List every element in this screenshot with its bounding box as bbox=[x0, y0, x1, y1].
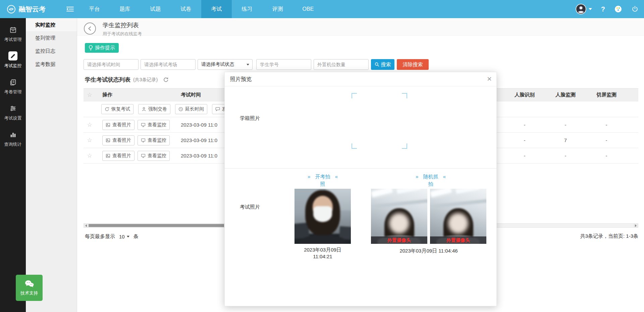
header-operation: 操作 bbox=[102, 92, 112, 98]
per-page-prefix: 每页最多显示 bbox=[85, 233, 115, 240]
star-icon[interactable]: ☆ bbox=[84, 121, 96, 128]
force-submit-button[interactable]: 强制交卷 bbox=[138, 104, 170, 114]
submenu-item-monitor-log[interactable]: 监控日志 bbox=[26, 44, 77, 57]
photo-time: 11:04:21 bbox=[294, 253, 351, 260]
chevron-down-icon bbox=[127, 236, 129, 237]
chevron-down-icon bbox=[247, 64, 249, 65]
refresh-icon[interactable] bbox=[163, 77, 169, 83]
sidebar-item-query-statistics[interactable]: 查询统计 bbox=[0, 126, 26, 152]
close-icon[interactable]: × bbox=[487, 74, 492, 84]
header-face-monitor: 人脸监测 bbox=[545, 92, 586, 98]
camera-count-input[interactable] bbox=[314, 59, 369, 70]
view-monitor-button[interactable]: 查看监控 bbox=[138, 135, 170, 145]
help-icon[interactable]: ? bbox=[601, 5, 605, 13]
filter-bar: 请选择考试状态 搜索 清除搜索 bbox=[77, 59, 644, 70]
nav-item-exam[interactable]: 考试 bbox=[201, 0, 232, 18]
exam-room-input[interactable] bbox=[141, 59, 196, 70]
submenu-item-realtime-monitor[interactable]: 实时监控 bbox=[26, 18, 77, 31]
sidebar-item-paper-management[interactable]: 考卷管理 bbox=[0, 73, 26, 99]
view-photo-button[interactable]: 查看照片 bbox=[102, 135, 135, 145]
student-id-input[interactable] bbox=[256, 59, 311, 70]
primary-sidebar: 考试管理 考试监控 考卷管理 bbox=[0, 18, 26, 312]
exam-time-input[interactable] bbox=[84, 59, 139, 70]
image-icon bbox=[106, 138, 110, 143]
clear-search-button[interactable]: 清除搜索 bbox=[397, 59, 429, 70]
star-icon[interactable]: ☆ bbox=[84, 152, 96, 159]
exam-status-select[interactable]: 请选择考试状态 bbox=[198, 59, 253, 70]
nav-item-evaluation[interactable]: 评测 bbox=[262, 0, 293, 18]
per-page-suffix: 条 bbox=[133, 233, 139, 240]
avatar bbox=[576, 4, 586, 14]
modal-header: 照片预览 × bbox=[225, 72, 496, 86]
external-camera-caption: 外置摄像头 bbox=[430, 236, 486, 244]
search-button[interactable]: 搜索 bbox=[371, 59, 394, 70]
nav-item-platform[interactable]: 平台 bbox=[79, 0, 110, 18]
pagination-summary: 共3条记录，当前页: 1-3条 bbox=[580, 233, 638, 239]
scroll-right-arrow[interactable] bbox=[634, 224, 638, 227]
star-icon[interactable]: ☆ bbox=[84, 91, 96, 98]
sidebar-item-exam-management[interactable]: 考试管理 bbox=[0, 21, 26, 47]
scroll-left-arrow[interactable] bbox=[84, 224, 88, 227]
nav-item-obe[interactable]: OBE bbox=[293, 0, 323, 18]
view-monitor-button[interactable]: 查看监控 bbox=[138, 151, 170, 161]
nav-item-question-bank[interactable]: 题库 bbox=[110, 0, 140, 18]
sidebar-item-exam-settings[interactable]: 考试设置 bbox=[0, 99, 26, 126]
pen-icon bbox=[8, 51, 17, 60]
next-arrow[interactable]: « bbox=[443, 173, 446, 180]
back-button[interactable] bbox=[84, 23, 96, 35]
clear-search-label: 清除搜索 bbox=[403, 61, 423, 68]
image-icon bbox=[106, 123, 110, 127]
header-screen-monitor: 切屏监测 bbox=[586, 92, 627, 98]
submenu-item-checkin-management[interactable]: 签到管理 bbox=[26, 31, 77, 44]
face-recognition-cell: - bbox=[504, 153, 545, 159]
prev-arrow[interactable]: » bbox=[308, 173, 310, 180]
photo-time: 11:04:46 bbox=[438, 248, 458, 254]
search-label: 搜索 bbox=[381, 61, 391, 68]
registration-photo-placeholder bbox=[352, 93, 407, 149]
per-page-value: 10 bbox=[119, 234, 125, 239]
exam-photo-label: 考试照片 bbox=[240, 204, 260, 210]
random-capture-photo-2: 外置摄像头 bbox=[430, 189, 486, 244]
screen-monitor-cell: - bbox=[586, 153, 627, 159]
nav-item-practice[interactable]: 练习 bbox=[232, 0, 262, 18]
per-page-select[interactable]: 10 bbox=[118, 233, 131, 240]
scrollbar-thumb[interactable] bbox=[89, 224, 224, 227]
record-count: (共3条记录) bbox=[133, 77, 158, 83]
nav-item-questions[interactable]: 试题 bbox=[140, 0, 171, 18]
sidebar-item-exam-monitoring[interactable]: 考试监控 bbox=[0, 47, 26, 73]
star-icon[interactable]: ☆ bbox=[84, 137, 96, 144]
exam-status-value: 请选择考试状态 bbox=[201, 61, 234, 68]
sidebar-item-label: 考试管理 bbox=[4, 37, 22, 43]
tech-support-button[interactable]: 技术支持 bbox=[16, 275, 43, 301]
face-monitor-cell: 7 bbox=[545, 137, 586, 143]
user-menu[interactable] bbox=[576, 4, 592, 14]
prev-arrow[interactable]: » bbox=[416, 173, 418, 180]
next-arrow[interactable]: « bbox=[335, 173, 338, 180]
image-icon bbox=[106, 153, 110, 158]
submenu-item-proctor-data[interactable]: 监考数据 bbox=[26, 57, 77, 71]
brand[interactable]: 融智云考 bbox=[7, 0, 46, 18]
random-capture-tab: » 随机抓拍 « bbox=[415, 173, 447, 188]
registration-photo-label: 学籍照片 bbox=[240, 115, 260, 122]
face-monitor-cell: - bbox=[545, 122, 586, 128]
sidebar-collapse-icon[interactable] bbox=[66, 6, 74, 12]
resume-exam-button[interactable]: 恢复考试 bbox=[101, 104, 133, 114]
extend-time-button[interactable]: 延长时间 bbox=[175, 104, 207, 114]
page-title-block: 学生监控列表 用于考试的在线监考 bbox=[103, 21, 142, 37]
view-photo-button[interactable]: 查看照片 bbox=[102, 120, 135, 130]
chat-icon bbox=[215, 107, 220, 112]
modal-divider bbox=[225, 168, 496, 169]
logout-icon[interactable] bbox=[631, 5, 639, 13]
secondary-sidebar: 实时监控 签到管理 监控日志 监考数据 bbox=[26, 18, 77, 312]
random-capture-time: 2023年03月09日 11:04:46 bbox=[371, 248, 486, 254]
operation-tips-button[interactable]: 操作提示 bbox=[85, 43, 119, 53]
view-photo-button[interactable]: 查看照片 bbox=[102, 151, 135, 161]
view-monitor-button[interactable]: 查看监控 bbox=[138, 120, 170, 130]
theme-icon[interactable] bbox=[614, 5, 622, 13]
face-monitor-cell: - bbox=[545, 153, 586, 159]
table-title-bar: 学生考试状态列表 (共3条记录) bbox=[85, 76, 169, 84]
brand-name: 融智云考 bbox=[19, 5, 46, 14]
top-navbar: 融智云考 平台 题库 试题 试卷 考试 练习 评测 OBE bbox=[0, 0, 644, 18]
calendar-icon bbox=[8, 25, 17, 34]
nav-item-papers[interactable]: 试卷 bbox=[171, 0, 201, 18]
